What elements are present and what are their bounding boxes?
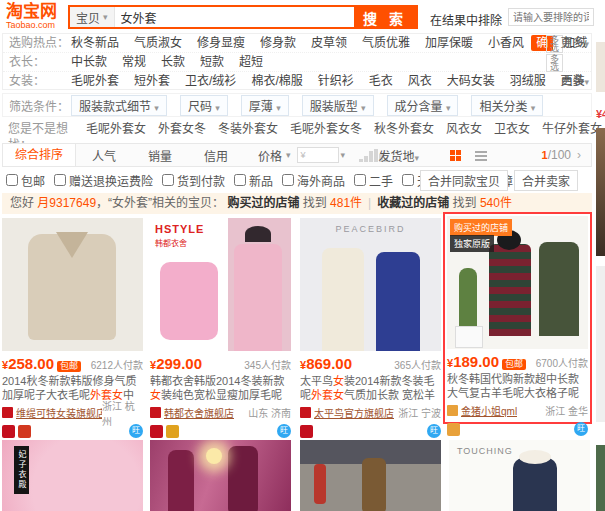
filter-item-link[interactable]: 毛呢外套	[71, 72, 119, 90]
search-category-dropdown[interactable]: 宝贝 ▾	[70, 7, 115, 27]
tmall-icon	[150, 407, 161, 418]
related-search-link[interactable]: 毛呢外套女	[86, 121, 146, 137]
filter-item-link[interactable]: 短外套	[134, 72, 170, 90]
wangwang-icon[interactable]: 旺	[129, 424, 143, 438]
chevron-down-icon: ▾	[584, 39, 589, 49]
filter-item-link[interactable]: 棉衣/棉服	[251, 72, 302, 90]
service-checkbox[interactable]: 二手	[354, 172, 393, 189]
list-view-icon[interactable]	[475, 151, 487, 161]
service-checkbox[interactable]: 海外商品	[282, 172, 345, 189]
filter-item-link[interactable]: 中长款	[71, 53, 107, 71]
wangwang-icon[interactable]: 旺	[574, 422, 588, 436]
checkbox-input[interactable]	[234, 174, 246, 186]
filter-item-link[interactable]: 大码女装	[447, 72, 495, 90]
product-title[interactable]: 太平鸟女装2014新款冬装毛呢外套女气质加长款 宽松羊毛呢大衣女	[300, 374, 441, 402]
checkbox-input[interactable]	[6, 174, 18, 186]
related-search-link[interactable]: 牛仔外套女	[542, 121, 602, 137]
product-image[interactable]	[150, 440, 291, 511]
checkbox-input[interactable]	[54, 174, 66, 186]
product-title[interactable]: 秋冬韩国代购新款超中长款大气复古羊毛呢大衣格子呢子宽松外套女	[447, 372, 588, 400]
related-search-link[interactable]: 毛呢外套女冬	[290, 121, 362, 137]
filter-item-link[interactable]: 长款	[161, 53, 185, 71]
image-brand-text: TOUCHING	[457, 446, 513, 456]
filter-item-link[interactable]: 皮草领	[311, 34, 347, 52]
price-min-input[interactable]: ¥	[297, 147, 339, 163]
product-image[interactable]: 妃子衣殿	[2, 440, 143, 511]
filter-item-link[interactable]: 超短	[239, 53, 263, 71]
checkbox-input[interactable]	[402, 174, 414, 186]
filter-item-link[interactable]: 秋冬新品	[71, 34, 119, 52]
service-checkbox[interactable]: 货到付款	[162, 172, 225, 189]
service-checkbox[interactable]: 赠送退换运费险	[54, 172, 153, 189]
exclude-input[interactable]	[508, 8, 594, 26]
service-checkbox[interactable]: 包邮	[6, 172, 45, 189]
shop-row: 维缇可特女装旗舰店 浙江 杭州	[2, 406, 143, 419]
sort-item[interactable]: 销量	[132, 147, 188, 164]
related-search-link[interactable]: 卫衣女	[494, 121, 530, 137]
sort-default[interactable]: 综合排序	[3, 144, 76, 166]
wangwang-icon[interactable]: 旺	[427, 424, 441, 438]
fav-shops-count[interactable]: 540件	[480, 196, 512, 210]
filter-panel: 选购热点： 秋冬新品气质淑女修身显瘦修身款皮草领气质优雅加厚保暖小香风 确定 加…	[2, 33, 592, 90]
filter-item-link[interactable]: 针织衫	[318, 72, 354, 90]
related-search-link[interactable]: 秋冬外套女	[374, 121, 434, 137]
shop-location: 浙江 杭州	[102, 398, 143, 428]
filter-item-link[interactable]: 小香风	[488, 34, 524, 52]
shop-link[interactable]: 韩都衣舍旗舰店	[164, 405, 234, 420]
search-input[interactable]	[115, 7, 354, 27]
filter-item-link[interactable]: 气质淑女	[134, 34, 182, 52]
cutoff-image-sliver	[596, 128, 605, 256]
product-image[interactable]: 购买过的店铺 独家原版	[447, 216, 588, 349]
sort-price[interactable]: 价格	[244, 147, 286, 164]
sort-item[interactable]: 信用	[188, 147, 244, 164]
shop-link[interactable]: 太平鸟官方旗舰店	[314, 405, 394, 420]
product-title[interactable]: 韩都衣舍韩版2014冬装新款女装纯色宽松显瘦加厚毛呢外套LD3274	[150, 374, 291, 402]
product-image[interactable]: PEACEBIRD	[300, 218, 441, 351]
checkbox-input[interactable]	[162, 174, 174, 186]
filter-dropdown[interactable]: 相关分类 ▾	[471, 95, 543, 116]
related-search-link[interactable]: 外套女冬	[158, 121, 206, 137]
product-image[interactable]: HSTYLE 韩都衣舍	[150, 218, 291, 351]
filter-item-link[interactable]: 短款	[200, 53, 224, 71]
filter-item-link[interactable]: 加厚保暖	[425, 34, 473, 52]
filter-dropdowns: 服装款式细节 ▾尺码 ▾厚薄 ▾服装版型 ▾成分含量 ▾相关分类 ▾	[71, 95, 556, 116]
ship-from-dropdown[interactable]: 发货地▾	[378, 147, 419, 164]
image-decor	[539, 242, 579, 336]
filter-item-link[interactable]: 卫衣/绒衫	[185, 72, 236, 90]
more-link[interactable]: 更多▾	[560, 34, 589, 53]
shop-link[interactable]: 维缇可特女装旗舰店	[16, 405, 102, 420]
service-checkbox[interactable]: 新品	[234, 172, 273, 189]
filter-item-link[interactable]: 气质优雅	[362, 34, 410, 52]
product-image[interactable]	[300, 440, 441, 511]
grid-view-icon[interactable]	[450, 150, 461, 161]
sort-item[interactable]: 人气	[76, 147, 132, 164]
next-page-arrow[interactable]: ›	[577, 148, 581, 162]
merge-seller-button[interactable]: 合并卖家	[514, 170, 578, 191]
filter-item-link[interactable]: 羽绒服	[510, 72, 546, 90]
filter-item-link[interactable]: 修身款	[260, 34, 296, 52]
filter-item-link[interactable]: 常规	[122, 53, 146, 71]
filter-dropdown[interactable]: 服装款式细节 ▾	[71, 95, 167, 116]
filter-dropdown[interactable]: 成分含量 ▾	[387, 95, 459, 116]
filter-item-link[interactable]: 毛衣	[369, 72, 393, 90]
related-search-link[interactable]: 冬装外套女	[218, 121, 278, 137]
bought-shops-count[interactable]: 481件	[330, 196, 362, 210]
product-image[interactable]	[2, 218, 143, 351]
shop-link[interactable]: 金猪小姐qml	[461, 403, 517, 418]
checkbox-input[interactable]	[282, 174, 294, 186]
filter-item-link[interactable]: 风衣	[408, 72, 432, 90]
search-button[interactable]: 搜 索	[354, 7, 416, 27]
wangwang-icon[interactable]: 旺	[277, 424, 291, 438]
notice-text: 找到	[299, 196, 330, 210]
filter-dropdown[interactable]: 厚薄 ▾	[241, 95, 289, 116]
filter-dropdown[interactable]: 尺码 ▾	[180, 95, 228, 116]
multi-select-button[interactable]: 多选	[546, 54, 563, 72]
checkbox-input[interactable]	[354, 174, 366, 186]
more-link[interactable]: 更多▾	[560, 72, 589, 91]
taobao-logo[interactable]: 淘宝网 Taobao.com	[6, 3, 57, 30]
filter-dropdown[interactable]: 服装版型 ▾	[302, 95, 374, 116]
filter-item-link[interactable]: 修身显瘦	[197, 34, 245, 52]
related-search-link[interactable]: 风衣女	[446, 121, 482, 137]
merge-same-item-button[interactable]: 合并同款宝贝	[420, 170, 508, 191]
product-image[interactable]: TOUCHING	[449, 440, 590, 511]
